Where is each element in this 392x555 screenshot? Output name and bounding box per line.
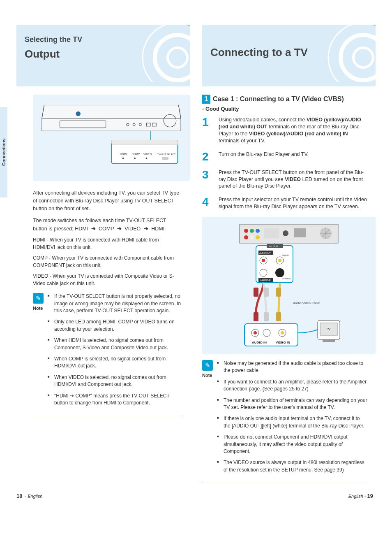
svg-text:AUDIO OUT: AUDIO OUT [259,252,271,254]
right-column: Connecting to a TV 1Case 1 : Connecting … [202,25,376,490]
svg-text:COMP: COMP [131,153,140,156]
svg-point-20 [146,158,148,159]
note-list-right: Noise may be generated if the audio cabl… [217,360,367,478]
svg-rect-35 [294,228,306,237]
svg-point-25 [353,48,373,67]
note-item: Only one LED among HDMI, COMP or VIDEO t… [48,318,182,333]
note-item: If the TV-OUT SELECT button is not prope… [48,293,182,314]
svg-point-66 [254,331,257,334]
svg-text:L-AUDIO-R: L-AUDIO-R [260,279,271,281]
note-divider [33,415,182,415]
svg-point-54 [275,268,284,277]
player-figure: HDMI COMP VIDEO TV-OUT SELECT [33,95,190,181]
step-text: Press the input selector on your TV remo… [219,196,367,210]
svg-rect-33 [264,228,279,238]
note-block-left: Note If the TV-OUT SELECT button is not … [33,293,182,411]
svg-point-23 [328,25,376,82]
svg-rect-76 [323,339,335,342]
note-label: Note [202,372,213,379]
step-number: 3 [202,169,214,190]
svg-rect-60 [276,288,281,297]
panel-hdmi-label: HDMI [120,153,127,156]
note-item: If there is only one audio input termina… [217,415,367,430]
note-divider [202,482,367,482]
svg-point-29 [256,229,260,233]
svg-point-50 [278,259,281,262]
note-block-right: Note Noise may be generated if the audio… [202,360,367,478]
note-item: Please do not connect Component and HDMI… [217,434,367,455]
svg-point-2 [168,48,187,67]
banner-right: Connecting to a TV [202,25,376,86]
note-item: "HDMI ➔ COMP" means press the TV-OUT SEL… [48,392,182,407]
arrow-icon: ➔ [142,225,150,233]
svg-point-31 [250,235,254,239]
svg-point-34 [283,230,288,236]
wiring-diagram: AV OUT AUDIO OUT VIDEO S-VIDEO L-AUDIO-R [202,217,376,354]
note-item: When COMP is selected, no signal comes o… [48,355,182,370]
step-text: Using video/audio cables, connect the VI… [219,116,367,144]
svg-point-48 [262,259,265,262]
left-column: Selecting the TV Output [16,25,190,490]
case-heading: 1Case 1 : Connecting to a TV (Video CVBS… [202,95,376,104]
step-text: Turn on the Blu-ray Disc Player and TV. [219,151,309,158]
cable-label: Audio/Video Cable [293,301,321,305]
svg-point-32 [256,235,260,239]
note-item: Noise may be generated if the audio cabl… [217,360,367,374]
side-tab: Connections [0,107,7,197]
hdmi-desc: HDMI - When your TV is connected with HD… [33,236,182,251]
step-number: 4 [202,196,214,210]
pencil-icon [33,293,44,304]
svg-rect-63 [276,312,281,321]
case-subhead: - Good Quality [202,105,376,113]
svg-point-19 [134,158,136,159]
svg-text:VIDEO: VIDEO [143,153,152,156]
svg-text:TV-OUT SELECT: TV-OUT SELECT [157,153,176,156]
step-3: 3 Press the TV-OUT SELECT button on the … [202,169,367,190]
svg-point-68 [265,331,268,334]
arrow-icon: ➔ [115,225,123,233]
note-item: If you want to connect to an Amplifier, … [217,379,367,393]
svg-text:AV OUT: AV OUT [269,245,278,248]
step-1: 1 Using video/audio cables, connect the … [202,116,367,144]
disc-icon [132,25,190,82]
page-number-left: 18- English [16,492,42,500]
step-4: 4 Press the input selector on your TV re… [202,196,367,210]
svg-point-27 [244,229,248,233]
side-tab-label: Connections [1,139,7,166]
svg-point-7 [76,111,81,116]
svg-point-53 [262,271,265,274]
case-number: 1 [202,95,210,104]
svg-point-0 [143,25,190,82]
step-number: 2 [202,151,214,163]
case-title: Case 1 : Connecting to a TV (Video CVBS) [213,95,344,102]
note-item: When VIDEO is selected, no signal comes … [48,374,182,388]
svg-point-18 [122,158,124,159]
step-2: 2 Turn on the Blu-ray Disc Player and TV… [202,151,367,163]
intro-paragraph: After connecting all devices including T… [33,189,182,212]
svg-text:AUDIO IN: AUDIO IN [252,341,267,344]
svg-rect-22 [162,157,168,160]
svg-rect-58 [254,288,258,297]
step-text: Press the TV-OUT SELECT button on the fr… [219,169,367,190]
note-item: The number and position of terminals can… [217,397,367,411]
note-item: The VIDEO source is always output in 480… [217,459,367,474]
note-list-left: If the TV-OUT SELECT button is not prope… [48,293,182,411]
svg-text:TV: TV [326,327,331,331]
disc-icon [318,25,376,82]
svg-text:VIDEO IN: VIDEO IN [276,341,290,344]
page-number-right: English - 19 [348,492,376,500]
comp-desc: COMP - When your TV is connected with Co… [33,254,182,269]
svg-point-30 [244,235,248,239]
video-desc: VIDEO - When your TV is connected with C… [33,272,182,287]
svg-rect-61 [254,312,258,321]
svg-text:S-VIDEO: S-VIDEO [282,277,291,280]
svg-point-1 [155,35,190,80]
note-item: When HDMI is selected, no signal comes o… [48,337,182,351]
svg-point-28 [250,229,254,233]
svg-text:VIDEO: VIDEO [282,254,289,257]
banner-left: Selecting the TV Output [16,25,190,86]
arrow-icon: ➔ [90,225,97,233]
svg-rect-59 [264,288,269,297]
svg-point-70 [281,331,284,334]
svg-rect-62 [264,312,269,321]
